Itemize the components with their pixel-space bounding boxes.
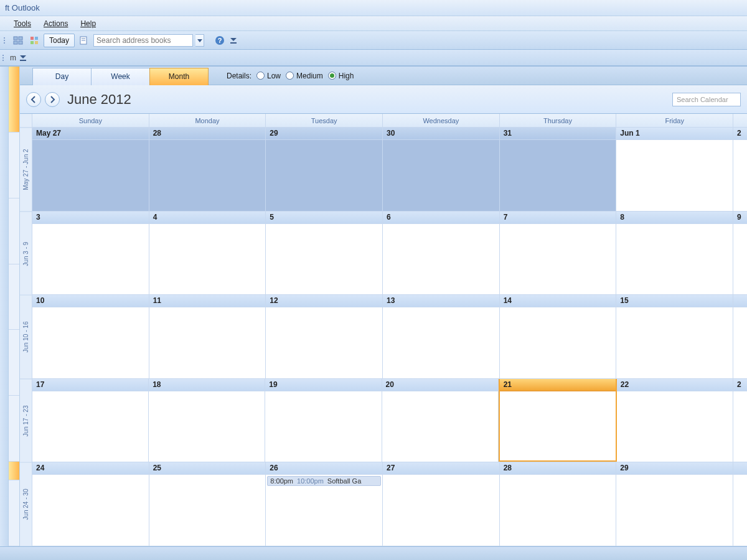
details-low-radio[interactable]: Low (256, 72, 281, 80)
nav-strip-item[interactable] (9, 480, 19, 546)
day-cell[interactable]: 28 (149, 128, 266, 211)
day-cell[interactable]: 7 (500, 212, 617, 295)
day-cell[interactable]: 10 (32, 295, 149, 378)
day-cell[interactable]: 27 (383, 462, 500, 546)
dow-wednesday: Wednesday (383, 114, 500, 127)
toolbar-grip[interactable] (4, 34, 7, 47)
day-cell[interactable]: 29 (266, 128, 383, 211)
day-cell[interactable]: 31 (500, 128, 617, 211)
day-cell[interactable] (733, 295, 747, 378)
next-month-button[interactable] (45, 92, 60, 107)
day-cell[interactable]: 8 (616, 212, 733, 295)
nav-strip-item[interactable] (9, 198, 19, 264)
week-label[interactable]: Jun 10 - 16 (20, 295, 32, 379)
week-row: 2425268:00pm10:00pmSoftball Ga272829 (32, 462, 747, 546)
day-number: 8 (616, 212, 733, 224)
day-cell[interactable]: 9 (733, 212, 747, 295)
search-address-books-input[interactable]: Search address books (93, 34, 193, 47)
view-month-button[interactable]: Month (149, 68, 209, 85)
menu-help[interactable]: Help (75, 18, 101, 29)
menu-actions[interactable]: Actions (39, 18, 73, 29)
day-cell[interactable]: 2 (733, 128, 747, 211)
dow-friday: Friday (616, 114, 733, 127)
toolbar2: m (0, 50, 747, 66)
nav-strip-item[interactable] (9, 133, 19, 198)
nav-strip-item[interactable] (9, 264, 19, 330)
view-switch: Day Week Month Details: Low Medium High (20, 67, 747, 85)
help-icon[interactable]: ? (213, 34, 227, 47)
day-cell[interactable]: 25 (149, 462, 266, 546)
day-cell[interactable]: 28 (500, 462, 617, 546)
search-address-books-dropdown[interactable] (195, 34, 204, 47)
day-number: 31 (500, 128, 616, 140)
week-label[interactable]: Jun 3 - 9 (20, 212, 32, 296)
week-label[interactable]: Jun 24 - 30 (20, 462, 32, 546)
view-icon[interactable] (11, 34, 25, 47)
search-calendar-input[interactable]: Search Calendar (672, 93, 741, 106)
categories-icon[interactable] (27, 34, 41, 47)
day-cell[interactable]: 18 (149, 379, 265, 462)
day-number: 2 (733, 379, 747, 391)
day-cell[interactable]: 22 (617, 379, 733, 462)
nav-strip-item[interactable] (9, 462, 19, 480)
details-high-radio[interactable]: High (328, 72, 354, 80)
day-cell[interactable]: 29 (616, 462, 733, 546)
week-row: 101112131415 (32, 295, 747, 379)
prev-month-button[interactable] (26, 92, 41, 107)
app-title: ft Outlook (5, 3, 40, 12)
day-cell[interactable]: 3 (32, 212, 149, 295)
view-day-button[interactable]: Day (32, 68, 92, 85)
day-number: 28 (500, 462, 616, 475)
details-medium-radio[interactable]: Medium (286, 72, 323, 80)
svg-rect-1 (19, 37, 22, 40)
day-cell[interactable]: 5 (266, 212, 383, 295)
day-cell[interactable]: 30 (383, 128, 500, 211)
svg-rect-7 (35, 41, 38, 44)
day-number: 13 (383, 295, 499, 307)
day-cell[interactable]: 21 (499, 379, 617, 462)
day-cell[interactable]: 13 (383, 295, 500, 378)
nav-strip-item[interactable] (9, 396, 19, 462)
day-cell[interactable]: 6 (383, 212, 500, 295)
day-number: 17 (32, 379, 148, 391)
day-cell[interactable]: 19 (265, 379, 382, 462)
day-cell[interactable]: 24 (32, 462, 149, 546)
day-number: 4 (149, 212, 266, 224)
day-cell[interactable]: 20 (382, 379, 499, 462)
week-label[interactable]: Jun 17 - 23 (20, 379, 32, 463)
day-cell[interactable]: 2 (733, 379, 747, 462)
day-cell[interactable]: 11 (149, 295, 266, 378)
day-number: 22 (617, 379, 733, 391)
event-start-time: 8:00pm (270, 477, 293, 485)
calendar-event[interactable]: 8:00pm10:00pmSoftball Ga (267, 476, 381, 486)
day-number: 3 (32, 212, 149, 224)
toolbar2-overflow[interactable] (19, 52, 27, 64)
menu-tools[interactable]: Tools (9, 18, 36, 29)
nav-strip (9, 67, 20, 546)
day-cell[interactable]: 17 (32, 379, 149, 462)
svg-rect-4 (31, 37, 34, 40)
nav-strip-item[interactable] (9, 330, 19, 396)
toolbar-overflow[interactable] (229, 34, 238, 47)
day-cell[interactable]: 12 (266, 295, 383, 378)
day-number: Jun 1 (616, 128, 733, 140)
titlebar: ft Outlook (0, 0, 747, 16)
day-cell[interactable]: 14 (500, 295, 617, 378)
toolbar2-grip[interactable] (2, 51, 6, 65)
day-cell[interactable] (733, 462, 747, 546)
today-button[interactable]: Today (44, 34, 75, 47)
nav-strip-item[interactable] (9, 67, 19, 133)
day-number: 11 (149, 295, 266, 307)
details-label: Details: (227, 72, 251, 80)
day-cell[interactable]: 4 (149, 212, 266, 295)
address-book-icon[interactable] (77, 34, 91, 47)
day-number: 7 (500, 212, 616, 224)
view-week-button[interactable]: Week (91, 68, 150, 85)
day-cell[interactable]: May 27 (32, 128, 149, 211)
month-header: June 2012 Search Calendar (20, 85, 747, 114)
day-cell[interactable]: 15 (616, 295, 733, 378)
day-cell[interactable]: Jun 1 (616, 128, 733, 211)
day-number: 29 (616, 462, 733, 475)
day-cell[interactable]: 268:00pm10:00pmSoftball Ga (266, 462, 383, 546)
week-label[interactable]: May 27 - Jun 2 (20, 128, 32, 212)
